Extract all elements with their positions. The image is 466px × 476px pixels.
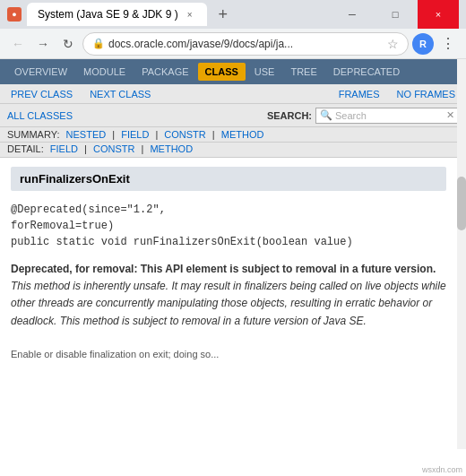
watermark: wsxdn.com [422,465,462,474]
scrollbar[interactable] [457,59,466,449]
reload-button[interactable]: ↻ [57,33,79,55]
summary-nested[interactable]: NESTED [63,129,110,140]
description: Deprecated, for removal: This API elemen… [11,261,446,363]
search-label: SEARCH: [267,110,312,121]
search-container: SEARCH: 🔍 Search ✕ [267,108,459,124]
title-bar: ● System (Java SE 9 & JDK 9 ) × + ─ □ × [0,0,466,29]
description-more: Enable or disable finalization on exit; … [11,347,446,363]
nav-bar: OVERVIEW MODULE PACKAGE CLASS USE TREE D… [0,59,466,84]
search-box[interactable]: 🔍 Search ✕ [315,108,459,124]
method-name: runFinalizersOnExit [20,172,130,186]
detail-field[interactable]: FIELD [47,143,82,154]
back-button[interactable]: ← [7,33,29,55]
nav-package[interactable]: PACKAGE [134,63,195,81]
next-class-link[interactable]: NEXT CLASS [86,89,154,100]
menu-button[interactable]: ⋮ [437,33,459,55]
summary-field[interactable]: FIELD [117,129,152,140]
search-row: ALL CLASSES SEARCH: 🔍 Search ✕ [0,104,466,127]
search-clear-icon[interactable]: ✕ [446,109,454,121]
nav-use[interactable]: USE [247,63,282,81]
url-box[interactable]: 🔒 docs.oracle.com/javase/9/docs/api/ja..… [82,32,409,56]
nav-class[interactable]: CLASS [198,63,246,81]
url-text: docs.oracle.com/javase/9/docs/api/ja... [108,38,384,50]
code-block: @Deprecated(since="1.2", forRemoval=true… [11,202,446,250]
prev-class-link[interactable]: PREV CLASS [7,89,76,100]
nav-overview[interactable]: OVERVIEW [7,63,74,81]
search-placeholder: Search [335,110,367,121]
method-header: runFinalizersOnExit [11,167,446,191]
app-icon: ● [7,7,22,22]
detail-label: DETAIL: [7,143,44,154]
browser-tab[interactable]: System (Java SE 9 & JDK 9 ) × [27,3,207,26]
nav-module[interactable]: MODULE [76,63,133,81]
main-content: runFinalizersOnExit @Deprecated(since="1… [0,158,466,372]
code-line3: public static void runFinalizersOnExit(b… [11,234,446,250]
detail-row: DETAIL: FIELD | CONSTR | METHOD [0,143,466,158]
frames-link[interactable]: FRAMES [335,89,384,100]
page-content: OVERVIEW MODULE PACKAGE CLASS USE TREE D… [0,59,466,449]
detail-method[interactable]: METHOD [146,143,196,154]
bookmark-icon[interactable]: ☆ [387,37,399,51]
lock-icon: 🔒 [92,38,105,49]
new-tab-button[interactable]: + [212,4,234,25]
code-line2: forRemoval=true) [11,218,446,234]
all-classes-link[interactable]: ALL CLASSES [7,110,73,121]
tab-close-button[interactable]: × [184,8,196,21]
summary-method[interactable]: METHOD [218,129,268,140]
minimize-button[interactable]: ─ [332,0,373,29]
restore-button[interactable]: □ [375,0,416,29]
nav-deprecated[interactable]: DEPRECATED [326,63,407,81]
forward-button[interactable]: → [32,33,54,55]
summary-constr[interactable]: CONSTR [160,129,209,140]
code-line1: @Deprecated(since="1.2", [11,202,446,218]
summary-row: SUMMARY: NESTED | FIELD | CONSTR | METHO… [0,127,466,143]
close-button[interactable]: × [418,0,459,29]
search-icon: 🔍 [320,109,332,121]
tab-title: System (Java SE 9 & JDK 9 ) [38,8,178,21]
nav-tree[interactable]: TREE [283,63,324,81]
detail-constr[interactable]: CONSTR [90,143,138,154]
description-bold: Deprecated, for removal: This API elemen… [11,263,436,275]
sub-nav: PREV CLASS NEXT CLASS FRAMES NO FRAMES [0,84,466,104]
window-controls: ─ □ × [332,0,459,29]
no-frames-link[interactable]: NO FRAMES [393,89,459,100]
address-bar: ← → ↻ 🔒 docs.oracle.com/javase/9/docs/ap… [0,29,466,59]
avatar-button[interactable]: R [412,33,434,55]
scrollbar-thumb[interactable] [457,177,466,230]
summary-label: SUMMARY: [7,129,59,140]
description-italic: This method is inherently unsafe. It may… [11,280,446,326]
